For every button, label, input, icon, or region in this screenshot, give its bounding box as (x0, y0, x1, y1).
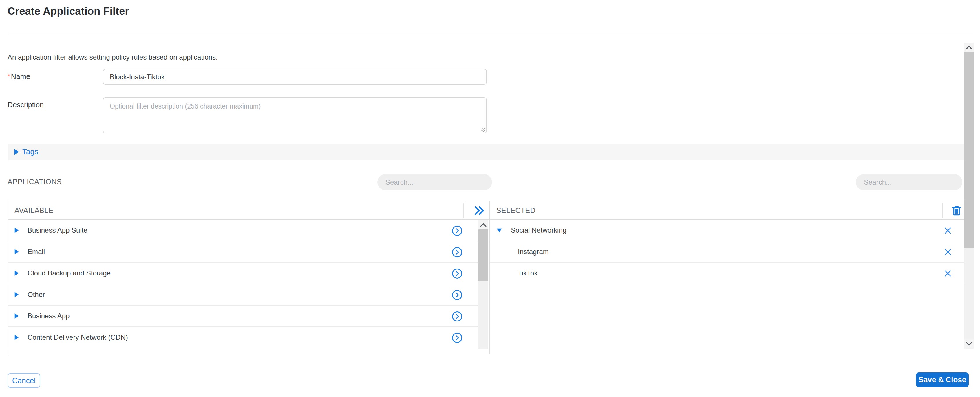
caret-right-icon[interactable] (15, 249, 19, 254)
selected-group-row[interactable]: Social Networking (490, 220, 964, 241)
add-circle-icon[interactable] (452, 332, 463, 343)
available-row[interactable]: Other (8, 284, 478, 306)
selected-item-label: Instagram (518, 248, 549, 256)
caret-right-icon[interactable] (15, 313, 19, 319)
selected-child-row[interactable]: TikTok (490, 263, 964, 284)
panels-header: AVAILABLE SELECTED (8, 202, 964, 220)
available-row[interactable]: Content Delivery Network (CDN) (8, 327, 478, 348)
selected-group-label: Social Networking (511, 226, 566, 234)
chevron-down-icon (966, 342, 972, 346)
available-row[interactable]: Email (8, 241, 478, 263)
available-panel-title: AVAILABLE (14, 206, 54, 215)
double-chevron-right-icon (473, 206, 485, 216)
description-field-wrap (103, 97, 487, 133)
available-item-label: Content Delivery Network (CDN) (27, 333, 128, 341)
trash-icon (951, 205, 962, 216)
scroll-down-button[interactable] (964, 339, 974, 349)
save-close-button[interactable]: Save & Close (916, 372, 969, 387)
caret-right-icon[interactable] (15, 335, 19, 340)
remove-icon[interactable] (943, 248, 952, 256)
tags-section: Tags (8, 144, 964, 160)
chevron-up-icon (966, 45, 972, 50)
add-circle-icon[interactable] (452, 268, 463, 279)
header-separator (463, 203, 464, 218)
add-circle-icon[interactable] (452, 247, 463, 257)
add-circle-icon[interactable] (452, 290, 463, 300)
page-scrollbar[interactable] (964, 43, 974, 349)
name-label: *Name (8, 72, 30, 81)
name-input[interactable] (103, 69, 487, 85)
available-row[interactable]: Business App (8, 306, 478, 327)
scroll-up-button[interactable] (964, 43, 974, 52)
chevron-up-icon (480, 222, 487, 227)
tags-toggle[interactable]: Tags (14, 147, 38, 156)
move-all-button[interactable] (470, 204, 488, 217)
intro-text: An application filter allows setting pol… (8, 53, 218, 61)
caret-right-icon[interactable] (15, 292, 19, 297)
available-item-label: Cloud Backup and Storage (27, 269, 111, 277)
available-item-label: Business App Suite (27, 226, 88, 234)
resize-handle-icon[interactable] (479, 126, 485, 132)
available-item-label: Business App (27, 312, 70, 320)
header-separator (942, 203, 943, 218)
caret-right-icon (14, 149, 19, 155)
applications-section-label: APPLICATIONS (8, 178, 62, 186)
available-row[interactable]: Business App Suite (8, 220, 478, 241)
available-search-input[interactable] (377, 178, 492, 186)
available-list-scrollbar[interactable] (479, 220, 488, 349)
remove-icon[interactable] (943, 226, 952, 235)
selected-search (856, 174, 963, 190)
scroll-up-button[interactable] (479, 220, 488, 229)
cancel-button[interactable]: Cancel (8, 373, 40, 388)
description-textarea[interactable] (103, 97, 487, 133)
scrollbar-thumb[interactable] (479, 229, 488, 281)
description-label: Description (8, 101, 44, 109)
required-asterisk: * (8, 72, 10, 81)
page-title: Create Application Filter (8, 5, 129, 17)
selected-child-row[interactable]: Instagram (490, 241, 964, 263)
caret-right-icon[interactable] (15, 270, 19, 276)
available-row[interactable]: Cloud Backup and Storage (8, 263, 478, 284)
available-search (377, 174, 492, 190)
add-circle-icon[interactable] (452, 311, 463, 322)
selected-panel-title: SELECTED (496, 206, 536, 215)
create-application-filter-dialog: Create Application Filter An application… (0, 0, 980, 397)
caret-right-icon[interactable] (15, 228, 19, 233)
add-circle-icon[interactable] (452, 225, 463, 236)
remove-icon[interactable] (943, 269, 952, 278)
caret-down-icon[interactable] (497, 228, 502, 232)
available-item-label: Email (27, 248, 45, 256)
available-item-label: Other (27, 291, 45, 299)
selected-item-label: TikTok (518, 269, 538, 277)
header-divider (8, 33, 973, 34)
tags-label: Tags (22, 147, 38, 156)
clear-all-button[interactable] (950, 205, 963, 217)
footer-divider (8, 356, 959, 356)
scrollbar-thumb[interactable] (964, 52, 974, 248)
selected-search-input[interactable] (856, 178, 963, 186)
applications-transfer-widget: AVAILABLE SELECTED Business App Suite (8, 201, 964, 354)
